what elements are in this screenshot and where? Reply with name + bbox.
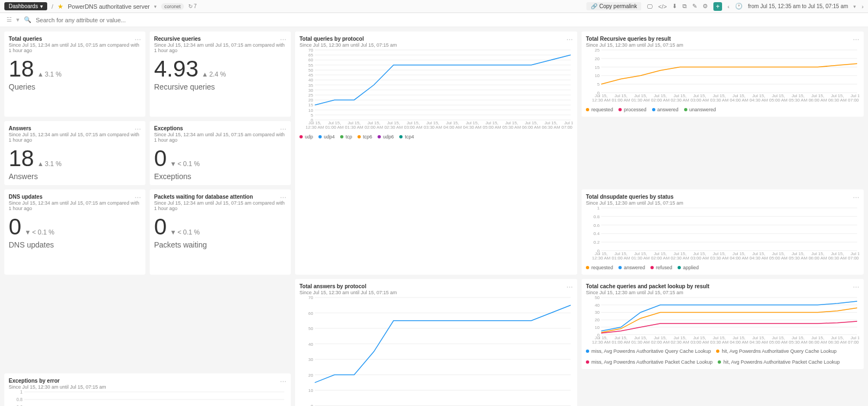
- legend-item[interactable]: applied: [678, 265, 699, 270]
- legend-item[interactable]: requested: [586, 265, 613, 270]
- legend-item[interactable]: udp: [299, 134, 313, 139]
- chart[interactable]: 010203040506070Jul 15,12:30 AMJul 15,01:…: [299, 295, 573, 406]
- legend-item[interactable]: answered: [618, 265, 645, 270]
- svg-text:06:00 AM: 06:00 AM: [808, 98, 827, 103]
- chart[interactable]: 01020304050Jul 15,12:30 AMJul 15,01:00 A…: [586, 295, 859, 345]
- chart[interactable]: 00.20.40.60.81Jul 15,12:30 AMJul 15,01:0…: [9, 390, 286, 406]
- trend-up-icon: ▲: [37, 71, 44, 78]
- svg-text:06:30 AM: 06:30 AM: [828, 256, 847, 261]
- panel-menu-icon[interactable]: ⋯: [280, 125, 286, 133]
- copy-permalink-button[interactable]: 🔗 Copy permalink: [586, 2, 641, 10]
- chevron-down-icon[interactable]: ▾: [154, 4, 157, 9]
- legend-item[interactable]: tcp: [340, 134, 352, 139]
- legend-dot: [358, 135, 361, 138]
- dashboards-dropdown[interactable]: Dashboards▾: [4, 2, 47, 10]
- svg-text:02:00 AM: 02:00 AM: [651, 339, 669, 344]
- svg-text:04:00 AM: 04:00 AM: [730, 256, 748, 261]
- panel-exceptions-by-error: Exceptions by error Since Jul 15, 12:30 …: [4, 373, 291, 406]
- chart[interactable]: 0510152025Jul 15,12:30 AMJul 15,01:00 AM…: [586, 48, 859, 103]
- legend-item[interactable]: unanswered: [684, 107, 716, 112]
- star-icon[interactable]: ★: [58, 3, 63, 10]
- legend-item[interactable]: miss, Avg Powerdns Authoritative Query C…: [586, 348, 711, 354]
- svg-text:12:30 AM: 12:30 AM: [592, 98, 610, 103]
- panel-menu-icon[interactable]: ⋯: [566, 36, 573, 43]
- svg-text:5: 5: [597, 82, 600, 87]
- svg-text:02:30 AM: 02:30 AM: [671, 98, 689, 103]
- prev-icon[interactable]: ‹: [727, 3, 730, 10]
- legend-item[interactable]: tcp4: [399, 134, 414, 139]
- legend-item[interactable]: udp4: [318, 134, 335, 139]
- svg-text:06:00 AM: 06:00 AM: [522, 125, 540, 130]
- svg-text:30: 30: [308, 357, 313, 362]
- svg-text:10: 10: [595, 325, 599, 329]
- svg-text:25: 25: [308, 93, 313, 98]
- panel-menu-icon[interactable]: ⋯: [566, 283, 573, 291]
- legend-dot: [586, 266, 589, 269]
- svg-text:06:30 AM: 06:30 AM: [828, 339, 847, 344]
- filter-icon[interactable]: ☱: [7, 16, 12, 23]
- legend-item[interactable]: answered: [652, 107, 679, 112]
- next-icon[interactable]: ›: [861, 3, 864, 10]
- tag[interactable]: coronet: [161, 3, 184, 10]
- svg-text:02:30 AM: 02:30 AM: [671, 256, 689, 261]
- legend-item[interactable]: hit, Avg Powerdns Authoritative Query Ca…: [716, 348, 836, 354]
- panel-menu-icon[interactable]: ⋯: [135, 194, 141, 201]
- legend-item[interactable]: tcp6: [358, 134, 372, 139]
- svg-text:06:00 AM: 06:00 AM: [808, 339, 827, 344]
- refresh-indicator[interactable]: ↻ 7: [188, 3, 197, 9]
- topbar: Dashboards▾ / ★ PowerDNS authoritative s…: [0, 0, 868, 13]
- svg-text:05:30 AM: 05:30 AM: [789, 256, 807, 261]
- panel-menu-icon[interactable]: ⋯: [853, 36, 859, 43]
- svg-text:40: 40: [308, 78, 313, 83]
- panel-packets-waiting: Packets waiting for database attention S…: [150, 189, 291, 275]
- edit-icon[interactable]: ✎: [692, 3, 697, 10]
- panel-menu-icon[interactable]: ⋯: [280, 378, 286, 385]
- add-button[interactable]: +: [713, 2, 722, 11]
- svg-text:65: 65: [308, 53, 313, 58]
- chevron-down-icon[interactable]: ▾: [853, 4, 856, 9]
- chevron-down-icon[interactable]: ▾: [16, 16, 20, 23]
- legend-item[interactable]: miss, Avg Powerdns Authoritative Packet …: [586, 359, 712, 365]
- svg-text:02:00 AM: 02:00 AM: [365, 125, 383, 130]
- download-icon[interactable]: ⬇: [672, 3, 677, 10]
- monitor-icon[interactable]: 🖵: [647, 3, 653, 10]
- svg-text:01:30 AM: 01:30 AM: [345, 125, 363, 130]
- panel-queries-by-protocol: Total queries by protocol Since Jul 15, …: [295, 31, 577, 275]
- legend-item[interactable]: udp6: [378, 134, 394, 139]
- svg-text:05:00 AM: 05:00 AM: [769, 98, 788, 103]
- legend-dot: [318, 135, 322, 138]
- timerange-picker[interactable]: from Jul 15, 12:35 am to Jul 15, 07:15 a…: [748, 3, 848, 9]
- svg-text:35: 35: [308, 83, 313, 88]
- settings-icon[interactable]: ⚙: [703, 3, 708, 10]
- panel-answers: Answers Since Jul 15, 12:34 am until Jul…: [4, 121, 145, 185]
- svg-text:05:30 AM: 05:30 AM: [502, 125, 521, 130]
- panel-menu-icon[interactable]: ⋯: [280, 36, 286, 43]
- panel-menu-icon[interactable]: ⋯: [135, 36, 141, 43]
- panel-menu-icon[interactable]: ⋯: [853, 194, 859, 201]
- copy-icon[interactable]: ⧉: [682, 3, 687, 10]
- panel-menu-icon[interactable]: ⋯: [280, 194, 286, 201]
- svg-text:10: 10: [308, 108, 313, 113]
- search-input[interactable]: [36, 17, 861, 23]
- svg-text:06:00 AM: 06:00 AM: [808, 256, 827, 261]
- legend-item[interactable]: requested: [586, 107, 613, 112]
- svg-text:70: 70: [308, 295, 313, 300]
- svg-text:20: 20: [308, 98, 313, 103]
- panel-menu-icon[interactable]: ⋯: [135, 125, 141, 133]
- svg-text:0.4: 0.4: [593, 231, 600, 236]
- legend: udpudp4tcptcp6udp6tcp4: [299, 134, 573, 139]
- svg-text:07:00 AM: 07:00 AM: [848, 98, 859, 103]
- chart[interactable]: 0510152025303540455055606570Jul 15,12:30…: [299, 48, 573, 130]
- chart[interactable]: 00.20.40.60.81Jul 15,12:30 AMJul 15,01:0…: [586, 206, 859, 261]
- panel-menu-icon[interactable]: ⋯: [853, 283, 859, 291]
- legend-item[interactable]: processed: [618, 107, 647, 112]
- legend-item[interactable]: refused: [650, 265, 672, 270]
- code-icon[interactable]: </>: [658, 3, 667, 10]
- svg-text:03:00 AM: 03:00 AM: [404, 125, 423, 130]
- dashboard-title[interactable]: PowerDNS authoritative server: [68, 3, 150, 10]
- legend-dot: [678, 266, 681, 269]
- svg-text:05:00 AM: 05:00 AM: [769, 256, 788, 261]
- chevron-down-icon: ▾: [40, 3, 43, 9]
- legend-item[interactable]: hit, Avg Powerdns Authoritative Packet C…: [718, 359, 839, 365]
- svg-text:07:00 AM: 07:00 AM: [848, 256, 859, 261]
